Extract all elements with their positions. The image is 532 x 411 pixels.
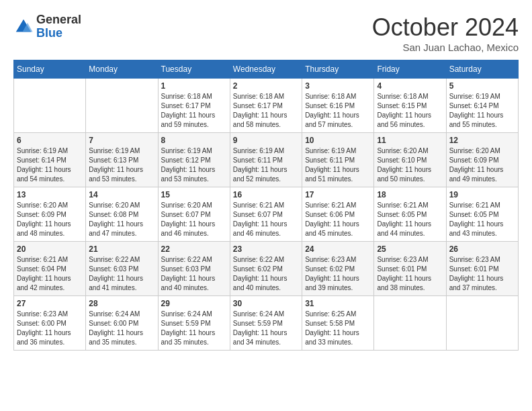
day-info: Sunrise: 6:21 AM Sunset: 6:04 PM Dayligh… (17, 255, 83, 293)
day-info: Sunrise: 6:24 AM Sunset: 5:59 PM Dayligh… (161, 310, 227, 347)
calendar-cell: 23Sunrise: 6:22 AM Sunset: 6:02 PM Dayli… (230, 242, 302, 296)
day-info: Sunrise: 6:20 AM Sunset: 6:08 PM Dayligh… (89, 201, 154, 238)
calendar-week-row: 6Sunrise: 6:19 AM Sunset: 6:14 PM Daylig… (14, 133, 519, 187)
day-number: 17 (305, 190, 371, 199)
calendar-header-sunday: Sunday (14, 60, 86, 79)
day-number: 12 (449, 136, 515, 145)
calendar-cell: 24Sunrise: 6:23 AM Sunset: 6:02 PM Dayli… (302, 242, 374, 296)
logo-icon (13, 17, 34, 37)
day-number: 31 (305, 299, 371, 308)
calendar-week-row: 27Sunrise: 6:23 AM Sunset: 6:00 PM Dayli… (14, 296, 519, 351)
day-info: Sunrise: 6:24 AM Sunset: 5:59 PM Dayligh… (233, 310, 299, 347)
day-number: 18 (377, 190, 443, 199)
day-info: Sunrise: 6:18 AM Sunset: 6:15 PM Dayligh… (377, 92, 443, 130)
calendar-header-monday: Monday (86, 60, 158, 79)
day-info: Sunrise: 6:18 AM Sunset: 6:17 PM Dayligh… (233, 92, 299, 130)
calendar-cell (86, 79, 158, 133)
day-info: Sunrise: 6:19 AM Sunset: 6:11 PM Dayligh… (233, 146, 299, 184)
calendar-week-row: 13Sunrise: 6:20 AM Sunset: 6:09 PM Dayli… (14, 187, 519, 242)
day-info: Sunrise: 6:20 AM Sunset: 6:09 PM Dayligh… (449, 146, 515, 184)
day-info: Sunrise: 6:23 AM Sunset: 6:01 PM Dayligh… (377, 255, 443, 293)
calendar-cell: 6Sunrise: 6:19 AM Sunset: 6:14 PM Daylig… (14, 133, 86, 187)
calendar-cell: 15Sunrise: 6:20 AM Sunset: 6:07 PM Dayli… (158, 187, 230, 242)
page-header: General Blue October 2024 San Juan Lacha… (13, 13, 519, 53)
day-number: 4 (377, 81, 443, 91)
day-number: 3 (305, 81, 371, 91)
calendar-cell (446, 296, 518, 351)
calendar-cell: 11Sunrise: 6:20 AM Sunset: 6:10 PM Dayli… (374, 133, 446, 187)
calendar-week-row: 20Sunrise: 6:21 AM Sunset: 6:04 PM Dayli… (14, 242, 519, 296)
calendar-cell: 25Sunrise: 6:23 AM Sunset: 6:01 PM Dayli… (374, 242, 446, 296)
day-info: Sunrise: 6:20 AM Sunset: 6:09 PM Dayligh… (17, 201, 83, 238)
calendar-header-wednesday: Wednesday (230, 60, 302, 79)
day-info: Sunrise: 6:19 AM Sunset: 6:13 PM Dayligh… (89, 146, 154, 184)
calendar-cell: 16Sunrise: 6:21 AM Sunset: 6:07 PM Dayli… (230, 187, 302, 242)
calendar-header-row: SundayMondayTuesdayWednesdayThursdayFrid… (14, 60, 519, 79)
calendar-week-row: 1Sunrise: 6:18 AM Sunset: 6:17 PM Daylig… (14, 79, 519, 133)
day-info: Sunrise: 6:23 AM Sunset: 6:01 PM Dayligh… (449, 255, 515, 293)
logo-general: General (36, 13, 81, 27)
day-info: Sunrise: 6:22 AM Sunset: 6:02 PM Dayligh… (233, 255, 299, 293)
day-number: 24 (305, 244, 371, 254)
day-number: 1 (161, 81, 227, 91)
day-info: Sunrise: 6:24 AM Sunset: 6:00 PM Dayligh… (89, 310, 154, 347)
calendar-cell: 8Sunrise: 6:19 AM Sunset: 6:12 PM Daylig… (158, 133, 230, 187)
calendar-cell: 7Sunrise: 6:19 AM Sunset: 6:13 PM Daylig… (86, 133, 158, 187)
logo-blue: Blue (36, 27, 81, 40)
day-info: Sunrise: 6:19 AM Sunset: 6:14 PM Dayligh… (17, 146, 83, 184)
day-info: Sunrise: 6:20 AM Sunset: 6:07 PM Dayligh… (161, 201, 227, 238)
month-title: October 2024 (372, 13, 519, 42)
logo-text: General Blue (36, 13, 81, 40)
day-info: Sunrise: 6:20 AM Sunset: 6:10 PM Dayligh… (377, 146, 443, 184)
calendar-cell: 20Sunrise: 6:21 AM Sunset: 6:04 PM Dayli… (14, 242, 86, 296)
calendar-header-friday: Friday (374, 60, 446, 79)
calendar-cell (14, 79, 86, 133)
calendar-cell: 21Sunrise: 6:22 AM Sunset: 6:03 PM Dayli… (86, 242, 158, 296)
calendar-cell (374, 296, 446, 351)
calendar-header-thursday: Thursday (302, 60, 374, 79)
title-area: October 2024 San Juan Lachao, Mexico (372, 13, 519, 53)
day-info: Sunrise: 6:21 AM Sunset: 6:05 PM Dayligh… (377, 201, 443, 238)
day-number: 5 (449, 81, 515, 91)
day-info: Sunrise: 6:22 AM Sunset: 6:03 PM Dayligh… (161, 255, 227, 293)
day-info: Sunrise: 6:23 AM Sunset: 6:00 PM Dayligh… (17, 310, 83, 347)
calendar-cell: 31Sunrise: 6:25 AM Sunset: 5:58 PM Dayli… (302, 296, 374, 351)
day-info: Sunrise: 6:18 AM Sunset: 6:17 PM Dayligh… (161, 92, 227, 130)
day-info: Sunrise: 6:18 AM Sunset: 6:16 PM Dayligh… (305, 92, 371, 130)
calendar-cell: 18Sunrise: 6:21 AM Sunset: 6:05 PM Dayli… (374, 187, 446, 242)
day-number: 30 (233, 299, 299, 308)
day-info: Sunrise: 6:21 AM Sunset: 6:06 PM Dayligh… (305, 201, 371, 238)
day-number: 15 (161, 190, 227, 199)
day-number: 19 (449, 190, 515, 199)
day-number: 21 (89, 244, 154, 254)
day-info: Sunrise: 6:19 AM Sunset: 6:12 PM Dayligh… (161, 146, 227, 184)
calendar-body: 1Sunrise: 6:18 AM Sunset: 6:17 PM Daylig… (14, 79, 519, 351)
day-number: 14 (89, 190, 154, 199)
day-number: 20 (17, 244, 83, 254)
day-number: 16 (233, 190, 299, 199)
calendar-cell: 10Sunrise: 6:19 AM Sunset: 6:11 PM Dayli… (302, 133, 374, 187)
calendar-header-tuesday: Tuesday (158, 60, 230, 79)
day-number: 13 (17, 190, 83, 199)
calendar-cell: 12Sunrise: 6:20 AM Sunset: 6:09 PM Dayli… (446, 133, 518, 187)
calendar-header-saturday: Saturday (446, 60, 518, 79)
day-number: 25 (377, 244, 443, 254)
calendar-cell: 17Sunrise: 6:21 AM Sunset: 6:06 PM Dayli… (302, 187, 374, 242)
calendar-cell: 19Sunrise: 6:21 AM Sunset: 6:05 PM Dayli… (446, 187, 518, 242)
calendar-cell: 3Sunrise: 6:18 AM Sunset: 6:16 PM Daylig… (302, 79, 374, 133)
location: San Juan Lachao, Mexico (372, 42, 519, 53)
calendar-cell: 1Sunrise: 6:18 AM Sunset: 6:17 PM Daylig… (158, 79, 230, 133)
calendar-cell: 29Sunrise: 6:24 AM Sunset: 5:59 PM Dayli… (158, 296, 230, 351)
logo: General Blue (13, 13, 81, 40)
calendar-cell: 27Sunrise: 6:23 AM Sunset: 6:00 PM Dayli… (14, 296, 86, 351)
calendar-cell: 22Sunrise: 6:22 AM Sunset: 6:03 PM Dayli… (158, 242, 230, 296)
day-number: 27 (17, 299, 83, 308)
day-number: 22 (161, 244, 227, 254)
calendar-cell: 14Sunrise: 6:20 AM Sunset: 6:08 PM Dayli… (86, 187, 158, 242)
day-info: Sunrise: 6:19 AM Sunset: 6:14 PM Dayligh… (449, 92, 515, 130)
day-number: 28 (89, 299, 154, 308)
day-number: 8 (161, 136, 227, 145)
day-info: Sunrise: 6:25 AM Sunset: 5:58 PM Dayligh… (305, 310, 371, 347)
calendar-table: SundayMondayTuesdayWednesdayThursdayFrid… (13, 60, 519, 351)
day-info: Sunrise: 6:23 AM Sunset: 6:02 PM Dayligh… (305, 255, 371, 293)
